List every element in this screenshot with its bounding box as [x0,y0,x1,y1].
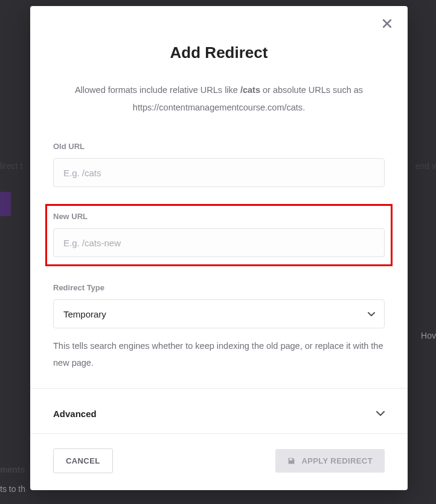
old-url-group: Old URL [53,142,385,187]
redirect-type-group: Redirect Type Temporary This tells searc… [53,283,385,371]
redirect-type-help: This tells search engines whether to kee… [53,338,385,371]
new-url-label: New URL [53,212,385,221]
apply-redirect-button[interactable]: APPLY REDIRECT [275,449,385,473]
add-redirect-modal: Add Redirect Allowed formats include rel… [30,6,408,490]
modal-title: Add Redirect [53,43,385,62]
bg-text: lirect t [0,161,22,171]
save-icon [287,457,295,465]
divider [30,388,408,389]
advanced-toggle[interactable]: Advanced [30,394,408,434]
new-url-input[interactable] [53,228,385,257]
redirect-type-label: Redirect Type [53,283,385,292]
bg-text: end v [415,161,436,171]
helper-text: Allowed formats include relative URLs li… [53,81,385,116]
redirect-type-select[interactable]: Temporary [53,299,385,328]
bg-text: ts to th [0,484,25,494]
chevron-down-icon [376,408,385,419]
close-icon [383,19,391,28]
modal-footer: CANCEL APPLY REDIRECT [30,434,408,490]
bg-text: ments [0,465,25,474]
new-url-group: New URL [45,204,393,266]
cancel-button[interactable]: CANCEL [53,448,113,473]
close-button[interactable] [380,17,394,31]
old-url-label: Old URL [53,142,385,151]
bg-accent [0,192,11,216]
apply-label: APPLY REDIRECT [301,456,373,465]
bg-text: Hov [421,331,436,340]
advanced-label: Advanced [53,409,97,419]
old-url-input[interactable] [53,158,385,187]
